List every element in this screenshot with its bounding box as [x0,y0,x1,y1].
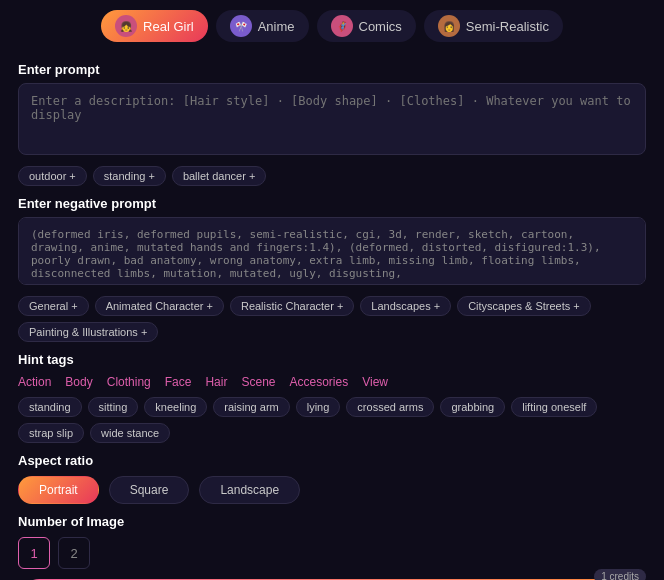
hint-category[interactable]: Accesories [289,375,348,389]
negative-tag[interactable]: General + [18,296,89,316]
hint-category[interactable]: Body [65,375,92,389]
hint-tag[interactable]: lying [296,397,341,417]
prompt-section-label: Enter prompt [18,62,646,77]
num-images-section-label: Number of Image [18,514,646,529]
negative-tags-row: General +Animated Character +Realistic C… [18,296,646,342]
hint-tag[interactable]: standing [18,397,82,417]
tab-real-girl[interactable]: 👧Real Girl [101,10,208,42]
hint-tags-section-label: Hint tags [18,352,646,367]
hint-category[interactable]: Action [18,375,51,389]
prompt-input[interactable] [18,83,646,155]
negative-tag[interactable]: Animated Character + [95,296,224,316]
hint-tags-row: standingsittingkneelingraising armlyingc… [18,397,646,443]
negative-prompt-section-label: Enter negative prompt [18,196,646,211]
hint-category[interactable]: Hair [205,375,227,389]
aspect-ratio-row: PortraitSquareLandscape [18,476,646,504]
hint-category[interactable]: Face [165,375,192,389]
num-image-2[interactable]: 2 [58,537,90,569]
ratio-portrait[interactable]: Portrait [18,476,99,504]
ratio-square[interactable]: Square [109,476,190,504]
hint-tag[interactable]: wide stance [90,423,170,443]
prompt-tag[interactable]: outdoor + [18,166,87,186]
tabs-row: 👧Real Girl🎌Anime🦸Comics👩Semi-Realistic [0,0,664,52]
tab-semi-realistic[interactable]: 👩Semi-Realistic [424,10,563,42]
prompt-tag[interactable]: ballet dancer + [172,166,266,186]
tab-anime[interactable]: 🎌Anime [216,10,309,42]
hint-tag[interactable]: sitting [88,397,139,417]
negative-tag[interactable]: Painting & Illustrations + [18,322,158,342]
hint-tag[interactable]: lifting oneself [511,397,597,417]
hint-tag[interactable]: crossed arms [346,397,434,417]
tab-comics[interactable]: 🦸Comics [317,10,416,42]
negative-tag[interactable]: Landscapes + [360,296,451,316]
num-image-1[interactable]: 1 [18,537,50,569]
hint-tag[interactable]: grabbing [440,397,505,417]
hint-tag[interactable]: strap slip [18,423,84,443]
hint-tag[interactable]: kneeling [144,397,207,417]
hint-category[interactable]: Clothing [107,375,151,389]
hint-category[interactable]: View [362,375,388,389]
negative-prompt-input[interactable] [18,217,646,285]
hint-tag[interactable]: raising arm [213,397,289,417]
prompt-tags-row: outdoor +standing +ballet dancer + [18,166,646,186]
ratio-landscape[interactable]: Landscape [199,476,300,504]
hint-category[interactable]: Scene [241,375,275,389]
prompt-tag[interactable]: standing + [93,166,166,186]
hint-categories-row: ActionBodyClothingFaceHairSceneAccesorie… [18,375,646,389]
negative-tag[interactable]: Cityscapes & Streets + [457,296,591,316]
negative-tag[interactable]: Realistic Character + [230,296,354,316]
num-images-row: 12 [18,537,646,569]
credits-badge: 1 credits [594,569,646,580]
aspect-ratio-section-label: Aspect ratio [18,453,646,468]
